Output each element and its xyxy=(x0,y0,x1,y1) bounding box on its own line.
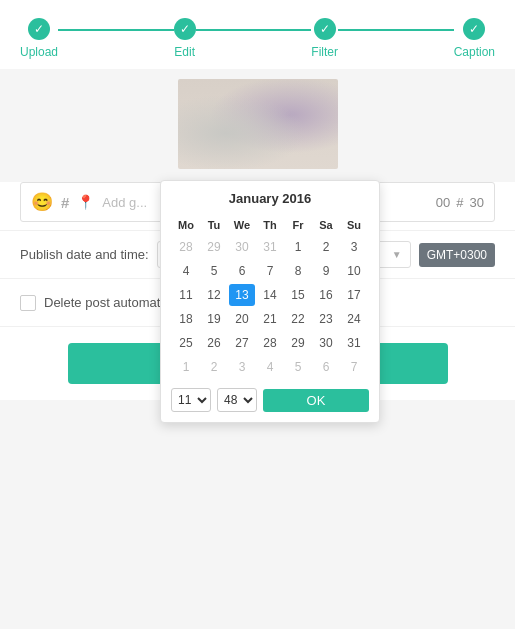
calendar-day-cell[interactable]: 15 xyxy=(285,284,311,306)
calendar-day-cell[interactable]: 11 xyxy=(173,284,199,306)
calendar-day-cell[interactable]: 3 xyxy=(341,236,367,258)
delete-post-checkbox[interactable] xyxy=(20,295,36,311)
calendar-day-cell[interactable]: 6 xyxy=(229,260,255,282)
calendar-grid: MoTuWeThFrSaSu 2829303112345678910111213… xyxy=(171,214,369,380)
calendar-day-cell[interactable]: 4 xyxy=(257,356,283,378)
step-line-1 xyxy=(58,29,174,31)
step-edit-label: Edit xyxy=(174,45,195,59)
weekday-header-we: We xyxy=(229,216,255,234)
calendar-day-cell[interactable]: 12 xyxy=(201,284,227,306)
calendar-day-cell[interactable]: 29 xyxy=(285,332,311,354)
weekday-header-fr: Fr xyxy=(285,216,311,234)
calendar-day-cell[interactable]: 14 xyxy=(257,284,283,306)
calendar-week-row: 18192021222324 xyxy=(173,308,367,330)
weekday-header-su: Su xyxy=(341,216,367,234)
weekday-header-tu: Tu xyxy=(201,216,227,234)
step-filter-circle: ✓ xyxy=(314,18,336,40)
step-caption[interactable]: ✓ Caption xyxy=(454,18,495,59)
calendar-day-cell[interactable]: 7 xyxy=(257,260,283,282)
calendar-body[interactable]: 2829303112345678910111213141516171819202… xyxy=(173,236,367,378)
location-icon[interactable]: 📍 xyxy=(77,194,94,210)
weekday-header-th: Th xyxy=(257,216,283,234)
hash-counter: 30 xyxy=(470,195,484,210)
calendar-day-cell[interactable]: 24 xyxy=(341,308,367,330)
calendar-day-cell[interactable]: 22 xyxy=(285,308,311,330)
calendar-day-cell[interactable]: 3 xyxy=(229,356,255,378)
calendar-day-cell[interactable]: 17 xyxy=(341,284,367,306)
calendar-picker[interactable]: January 2016 MoTuWeThFrSaSu 282930311234… xyxy=(160,180,380,423)
step-line-3 xyxy=(338,29,454,31)
step-edit[interactable]: ✓ Edit xyxy=(174,18,196,59)
calendar-day-cell[interactable]: 16 xyxy=(313,284,339,306)
calendar-day-cell[interactable]: 28 xyxy=(257,332,283,354)
calendar-day-cell[interactable]: 20 xyxy=(229,308,255,330)
calendar-title: January 2016 xyxy=(171,191,369,206)
step-upload-label: Upload xyxy=(20,45,58,59)
calendar-day-cell[interactable]: 30 xyxy=(313,332,339,354)
calendar-day-cell[interactable]: 9 xyxy=(313,260,339,282)
calendar-day-cell[interactable]: 5 xyxy=(285,356,311,378)
calendar-day-cell[interactable]: 25 xyxy=(173,332,199,354)
toolbar-right: 00 # 30 xyxy=(436,195,484,210)
calendar-day-cell[interactable]: 1 xyxy=(285,236,311,258)
calendar-day-cell[interactable]: 8 xyxy=(285,260,311,282)
calendar-weekday-header: MoTuWeThFrSaSu xyxy=(173,216,367,234)
emoji-icon[interactable]: 😊 xyxy=(31,191,53,213)
image-preview-area xyxy=(0,69,515,174)
publish-date-label: Publish date and time: xyxy=(20,247,149,262)
publish-caret-icon: ▼ xyxy=(392,249,402,260)
calendar-day-cell[interactable]: 2 xyxy=(313,236,339,258)
calendar-day-cell[interactable]: 7 xyxy=(341,356,367,378)
calendar-day-cell[interactable]: 30 xyxy=(229,236,255,258)
calendar-ok-button[interactable]: OK xyxy=(263,389,369,412)
step-upload-circle: ✓ xyxy=(28,18,50,40)
calendar-week-row: 1234567 xyxy=(173,356,367,378)
step-edit-circle: ✓ xyxy=(174,18,196,40)
calendar-week-row: 28293031123 xyxy=(173,236,367,258)
calendar-day-cell[interactable]: 10 xyxy=(341,260,367,282)
step-filter-label: Filter xyxy=(311,45,338,59)
weekday-header-sa: Sa xyxy=(313,216,339,234)
calendar-day-cell[interactable]: 6 xyxy=(313,356,339,378)
calendar-day-cell[interactable]: 29 xyxy=(201,236,227,258)
progress-steps: ✓ Upload ✓ Edit ✓ Filter ✓ Caption xyxy=(0,0,515,69)
step-caption-label: Caption xyxy=(454,45,495,59)
calendar-week-row: 11121314151617 xyxy=(173,284,367,306)
calendar-day-cell[interactable]: 27 xyxy=(229,332,255,354)
calendar-day-cell[interactable]: 31 xyxy=(257,236,283,258)
hour-select[interactable]: 0001020304050607080910111213141516171819… xyxy=(171,388,211,412)
calendar-day-cell[interactable]: 23 xyxy=(313,308,339,330)
weekday-header-mo: Mo xyxy=(173,216,199,234)
calendar-week-row: 45678910 xyxy=(173,260,367,282)
hash-counter-icon: # xyxy=(456,195,463,210)
calendar-day-cell[interactable]: 4 xyxy=(173,260,199,282)
char-counter: 00 xyxy=(436,195,450,210)
step-line-2 xyxy=(196,29,312,31)
thumbnail-image xyxy=(178,79,338,169)
hashtag-icon[interactable]: # xyxy=(61,194,69,211)
calendar-footer[interactable]: 0001020304050607080910111213141516171819… xyxy=(171,388,369,412)
calendar-day-cell[interactable]: 5 xyxy=(201,260,227,282)
calendar-day-cell[interactable]: 1 xyxy=(173,356,199,378)
calendar-day-cell[interactable]: 21 xyxy=(257,308,283,330)
calendar-day-cell[interactable]: 28 xyxy=(173,236,199,258)
image-thumbnail xyxy=(178,79,338,169)
calendar-day-cell[interactable]: 19 xyxy=(201,308,227,330)
calendar-day-cell[interactable]: 13 xyxy=(229,284,255,306)
step-filter[interactable]: ✓ Filter xyxy=(311,18,338,59)
step-caption-circle: ✓ xyxy=(463,18,485,40)
calendar-week-row: 25262728293031 xyxy=(173,332,367,354)
calendar-day-cell[interactable]: 18 xyxy=(173,308,199,330)
calendar-day-cell[interactable]: 26 xyxy=(201,332,227,354)
step-upload[interactable]: ✓ Upload xyxy=(20,18,58,59)
minute-select[interactable]: 00051015202530354045485055 xyxy=(217,388,257,412)
calendar-day-cell[interactable]: 31 xyxy=(341,332,367,354)
calendar-day-cell[interactable]: 2 xyxy=(201,356,227,378)
timezone-badge: GMT+0300 xyxy=(419,243,495,267)
